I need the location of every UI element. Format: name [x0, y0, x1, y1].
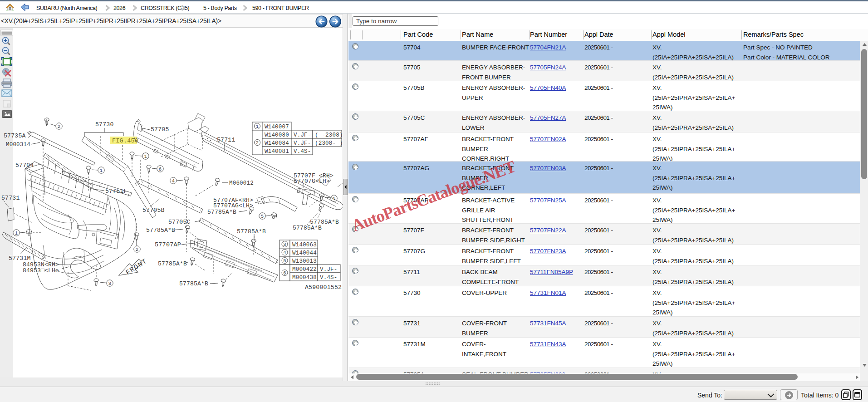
svg-text:57785A*B: 57785A*B: [146, 227, 175, 234]
svg-text:3: 3: [283, 242, 286, 247]
svg-text:57730: 57730: [95, 121, 114, 128]
svg-text:W140080: W140080: [265, 132, 289, 138]
svg-text:2: 2: [136, 247, 139, 252]
svg-text:57707AP: 57707AP: [155, 241, 181, 248]
svg-text:57705B: 57705B: [142, 207, 165, 214]
svg-text:1: 1: [15, 230, 18, 236]
svg-text:57704: 57704: [15, 162, 34, 169]
svg-text:57707G<LH>: 57707G<LH>: [294, 178, 330, 185]
svg-text:V.JF-: V.JF-: [320, 266, 338, 273]
svg-text:57711: 57711: [217, 137, 235, 143]
svg-text:M000422: M000422: [292, 266, 317, 273]
svg-text:5: 5: [283, 258, 286, 264]
svg-text:6: 6: [283, 270, 286, 276]
svg-text:M060012: M060012: [229, 180, 254, 186]
svg-text:4: 4: [172, 178, 175, 184]
svg-text:84953□<LH>: 84953□<LH>: [23, 267, 59, 274]
svg-text:W130013: W130013: [292, 258, 317, 265]
svg-text:57785A*B: 57785A*B: [237, 228, 266, 235]
svg-text:FRONT: FRONT: [124, 257, 148, 277]
svg-text:1: 1: [100, 168, 103, 173]
svg-text:M000438: M000438: [292, 275, 317, 281]
svg-text:W140081: W140081: [265, 148, 289, 155]
svg-text:W140007: W140007: [265, 124, 289, 130]
svg-text:1: 1: [144, 154, 147, 159]
svg-text:A590001552: A590001552: [305, 284, 342, 291]
svg-text:57785A*B: 57785A*B: [158, 260, 187, 267]
svg-text:FIG.450: FIG.450: [112, 137, 138, 144]
svg-text:57707AG<LH>: 57707AG<LH>: [213, 202, 253, 209]
svg-text:5: 5: [261, 214, 264, 219]
svg-text:57705C: 57705C: [168, 219, 191, 226]
svg-text:W140044: W140044: [292, 250, 317, 256]
svg-text:( -2308): ( -2308): [315, 132, 343, 138]
svg-text:6: 6: [159, 167, 162, 172]
svg-text:57785A*B: 57785A*B: [310, 219, 339, 226]
svg-text:V.4S-: V.4S-: [320, 275, 338, 281]
svg-text:1: 1: [333, 196, 336, 201]
svg-text:3: 3: [108, 281, 112, 286]
svg-text:2: 2: [256, 140, 259, 146]
svg-text:W140084: W140084: [265, 140, 289, 147]
svg-text:V.4S-: V.4S-: [294, 148, 311, 155]
svg-text:57707F <RH>: 57707F <RH>: [294, 172, 333, 179]
svg-text:57785A*B: 57785A*B: [179, 280, 208, 287]
svg-text:(2308- ): (2308- ): [315, 140, 343, 147]
svg-text:84953N<RH>: 84953N<RH>: [23, 261, 59, 268]
svg-text:V.JF-: V.JF-: [294, 132, 311, 138]
svg-text:57751F: 57751F: [105, 188, 128, 195]
svg-text:57785A*B: 57785A*B: [293, 225, 322, 231]
svg-text:4: 4: [283, 250, 286, 255]
svg-text:V.JF-: V.JF-: [294, 140, 311, 147]
svg-text:57707AF<RH>: 57707AF<RH>: [213, 197, 253, 204]
svg-text:57705: 57705: [151, 126, 169, 133]
svg-text:2: 2: [58, 124, 61, 129]
svg-text:W140063: W140063: [292, 242, 317, 248]
svg-text:1: 1: [256, 124, 259, 129]
svg-text:57785A*B: 57785A*B: [207, 209, 236, 216]
